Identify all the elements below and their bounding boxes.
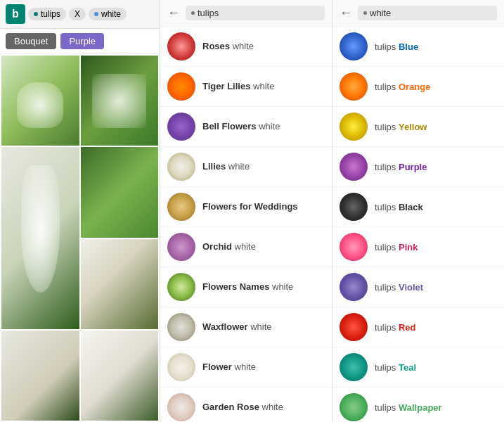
right-back-button[interactable]: ← [340, 6, 352, 20]
color-thumbnail [340, 233, 368, 261]
color-thumbnail [340, 113, 368, 141]
suggestion-text: Flowers Names white [202, 281, 293, 293]
image-grid [0, 54, 160, 422]
right-search-wrapper[interactable]: white [358, 6, 497, 20]
color-item[interactable]: tulips Blue [332, 27, 504, 67]
suggestion-item[interactable]: Flowers Names white [160, 267, 332, 307]
suggestion-text: Flowers for Weddings [202, 201, 298, 213]
suggestion-item[interactable]: Flower white [160, 347, 332, 388]
suggestion-thumbnail [167, 153, 195, 181]
suggestion-thumbnail [167, 32, 195, 60]
color-item[interactable]: tulips Black [332, 187, 504, 227]
color-thumbnail [340, 273, 368, 301]
right-panel-header: ← white [332, 0, 504, 27]
right-panel: ← white tulips Bluetulips Orangetulips Y… [332, 0, 504, 422]
suggestion-item[interactable]: Garden Rose white [160, 388, 332, 422]
color-thumbnail [340, 153, 368, 181]
suggestion-thumbnail [167, 193, 195, 221]
color-label: tulips Teal [375, 362, 416, 373]
left-panel: b tulips X white Bouquet Purple [0, 0, 160, 422]
color-label: tulips Wallpaper [375, 402, 442, 413]
search-tag-tulips[interactable]: tulips [28, 8, 66, 20]
suggestion-text: Garden Rose white [202, 402, 283, 414]
image-cell-2[interactable] [81, 56, 159, 146]
color-thumbnail [340, 193, 368, 221]
suggestion-list: Roses whiteTiger Lilies whiteBell Flower… [160, 27, 332, 422]
suggestion-thumbnail [167, 273, 195, 301]
suggestion-item[interactable]: Orchid white [160, 227, 332, 267]
color-thumbnail [340, 393, 368, 421]
color-label: tulips Orange [375, 82, 430, 92]
suggestion-thumbnail [167, 72, 195, 101]
right-search-text: white [370, 8, 391, 18]
middle-search-text: tulips [198, 8, 219, 18]
color-label: tulips Red [375, 322, 416, 333]
tag-tulips-label: tulips [41, 9, 60, 19]
suggestion-text: Waxflower white [202, 321, 272, 333]
color-item[interactable]: tulips Violet [332, 267, 504, 307]
color-item[interactable]: tulips Orange [332, 67, 504, 107]
color-list: tulips Bluetulips Orangetulips Yellowtul… [332, 27, 504, 422]
color-thumbnail [340, 32, 368, 60]
color-item[interactable]: tulips Purple [332, 147, 504, 187]
suggestion-item[interactable]: Waxflower white [160, 307, 332, 347]
suggestion-item[interactable]: Lilies white [160, 147, 332, 187]
suggestion-item[interactable]: Bell Flowers white [160, 107, 332, 147]
color-item[interactable]: tulips Yellow [332, 107, 504, 147]
suggestion-thumbnail [167, 353, 195, 381]
suggestion-item[interactable]: Tiger Lilies white [160, 67, 332, 107]
color-item[interactable]: tulips Red [332, 307, 504, 347]
color-label: tulips Black [375, 202, 423, 212]
search-dot-icon [191, 11, 195, 15]
suggestion-thumbnail [167, 113, 195, 141]
right-search-dot-icon [363, 11, 367, 15]
color-thumbnail [340, 313, 368, 341]
suggestion-text: Tiger Lilies white [202, 81, 274, 93]
purple-filter-button[interactable]: Purple [60, 33, 104, 49]
suggestion-item[interactable]: Roses white [160, 27, 332, 67]
image-cell-4[interactable] [81, 147, 159, 237]
color-item[interactable]: tulips Pink [332, 227, 504, 267]
search-bar: b tulips X white [0, 0, 160, 29]
image-cell-6[interactable] [1, 331, 79, 421]
suggestion-thumbnail [167, 233, 195, 261]
middle-search-wrapper[interactable]: tulips [186, 6, 325, 20]
search-tag-close[interactable]: X [69, 8, 86, 20]
suggestion-text: Orchid white [202, 241, 256, 253]
suggestion-thumbnail [167, 393, 195, 421]
color-label: tulips Purple [375, 162, 427, 172]
color-item[interactable]: tulips Teal [332, 347, 504, 388]
tag-white-dot [94, 12, 98, 16]
color-thumbnail [340, 353, 368, 381]
color-label: tulips Yellow [375, 122, 427, 132]
bing-logo: b [6, 4, 25, 24]
suggestion-text: Roses white [202, 41, 254, 53]
suggestion-text: Lilies white [202, 161, 250, 173]
color-item[interactable]: tulips Wallpaper [332, 388, 504, 422]
image-cell-1[interactable] [1, 56, 79, 146]
close-label: X [75, 9, 80, 19]
suggestion-text: Flower white [202, 362, 256, 373]
suggestion-text: Bell Flowers white [202, 121, 280, 133]
color-label: tulips Blue [375, 41, 418, 52]
suggestion-item[interactable]: Flowers for Weddings [160, 187, 332, 227]
search-tag-white[interactable]: white [89, 8, 127, 20]
image-cell-3[interactable] [1, 147, 79, 329]
middle-panel: ← tulips Roses whiteTiger Lilies whiteBe… [160, 0, 332, 422]
color-label: tulips Violet [375, 282, 423, 293]
tag-white-label: white [101, 9, 121, 19]
color-label: tulips Pink [375, 242, 418, 252]
middle-back-button[interactable]: ← [167, 6, 180, 20]
filter-row: Bouquet Purple [0, 29, 160, 54]
tag-dot [34, 12, 38, 16]
color-thumbnail [340, 72, 368, 101]
image-cell-7[interactable] [81, 331, 159, 421]
suggestion-thumbnail [167, 313, 195, 341]
image-cell-5[interactable] [81, 239, 159, 329]
middle-panel-header: ← tulips [160, 0, 332, 27]
bouquet-filter-button[interactable]: Bouquet [6, 33, 56, 49]
